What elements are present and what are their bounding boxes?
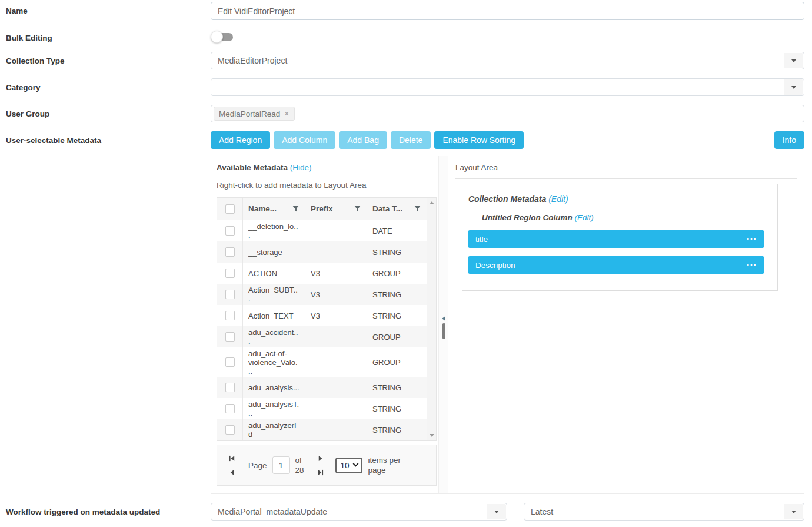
row-checkbox[interactable]: [225, 357, 235, 367]
seek-first-icon: [229, 455, 235, 462]
remove-tag-icon[interactable]: ×: [284, 110, 289, 118]
row-checkbox[interactable]: [225, 290, 235, 299]
cell-name: adu_analysisT...: [242, 398, 305, 419]
collapse-left-icon[interactable]: [442, 316, 445, 321]
select-all-checkbox[interactable]: [225, 204, 235, 214]
edit-region-column-link[interactable]: (Edit): [575, 213, 594, 222]
filter-icon[interactable]: [414, 205, 421, 213]
workflow-version-dropdown[interactable]: Latest: [524, 503, 804, 521]
pane-splitter[interactable]: [438, 156, 448, 493]
splitter-drag-handle[interactable]: [442, 323, 445, 339]
region-column-label: Untitled Region Column: [482, 213, 573, 222]
filter-icon[interactable]: [292, 205, 299, 213]
last-page-button[interactable]: [317, 469, 324, 476]
page-size-select[interactable]: 10: [335, 458, 362, 473]
name-label: Name: [0, 2, 211, 15]
table-row[interactable]: adu_act-of-violence_Valo... GROUP: [217, 347, 427, 377]
chevron-down-icon: [352, 460, 358, 466]
cell-prefix: [305, 241, 367, 263]
filter-icon[interactable]: [354, 205, 361, 213]
scroll-up-icon[interactable]: [430, 201, 434, 204]
column-header-data-type: Data T...: [372, 204, 402, 213]
next-page-button[interactable]: [317, 455, 324, 462]
dropdown-arrow-button[interactable]: [487, 504, 506, 519]
user-selectable-metadata-row: User-selectable Metadata Add Region Add …: [0, 131, 812, 494]
table-row[interactable]: adu_analysis... STRING: [217, 377, 427, 398]
table-row[interactable]: adu_accident... GROUP: [217, 326, 427, 347]
row-checkbox[interactable]: [225, 269, 235, 278]
row-checkbox[interactable]: [225, 247, 235, 257]
table-row[interactable]: Action_TEXT V3 STRING: [217, 305, 427, 326]
available-metadata-title: Available Metadata (Hide): [217, 163, 438, 172]
workflow-value: MediaPortal_metadataUpdate: [211, 503, 486, 520]
previous-page-button[interactable]: [229, 469, 235, 476]
cell-data-type: DATE: [367, 220, 427, 241]
row-checkbox[interactable]: [225, 404, 235, 413]
cell-name: adu_accident...: [242, 326, 305, 347]
table-row[interactable]: ACTION V3 GROUP: [217, 263, 427, 284]
row-checkbox[interactable]: [225, 226, 235, 236]
chevron-down-icon: [791, 86, 796, 89]
cell-name: adu_analysis...: [242, 377, 305, 398]
cell-name: Action_SUBT...: [242, 284, 305, 305]
cell-data-type: STRING: [367, 305, 427, 326]
layout-field-title[interactable]: title ...: [468, 230, 764, 248]
scroll-down-icon[interactable]: [430, 434, 434, 437]
column-header-prefix: Prefix: [311, 204, 333, 213]
edit-collection-link[interactable]: (Edit): [548, 194, 568, 204]
of-label: of: [295, 455, 304, 465]
name-input[interactable]: [211, 2, 804, 20]
metadata-table: Name... Prefix Data T...: [217, 197, 437, 441]
available-metadata-pane: Available Metadata (Hide) Right-click to…: [211, 156, 438, 493]
dropdown-arrow-button[interactable]: [784, 53, 803, 68]
cell-prefix: [305, 326, 367, 347]
layout-area-pane: Layout Area Collection Metadata (Edit) U…: [448, 156, 804, 493]
add-region-button[interactable]: Add Region: [211, 131, 270, 149]
cell-prefix: [305, 220, 367, 241]
info-button[interactable]: Info: [774, 131, 804, 149]
arrow-left-icon: [229, 469, 235, 476]
table-row[interactable]: __deletion_lo... DATE: [217, 220, 427, 241]
dropdown-arrow-button[interactable]: [784, 79, 803, 95]
chevron-down-icon: [791, 511, 796, 513]
add-column-button[interactable]: Add Column: [274, 131, 335, 149]
add-bag-button[interactable]: Add Bag: [339, 131, 387, 149]
table-row[interactable]: __storage STRING: [217, 241, 427, 263]
dropdown-arrow-button[interactable]: [784, 504, 803, 519]
workflow-row: Workflow triggered on metadata updated M…: [0, 503, 812, 521]
hide-link[interactable]: (Hide): [290, 163, 312, 172]
user-group-input[interactable]: MediaPortalRead ×: [211, 105, 804, 122]
row-checkbox[interactable]: [225, 332, 235, 342]
category-dropdown[interactable]: [211, 78, 804, 96]
workflow-version-value: Latest: [524, 503, 783, 520]
row-checkbox[interactable]: [225, 311, 235, 320]
layout-field-description[interactable]: Description ...: [468, 256, 764, 274]
collection-metadata-label: Collection Metadata: [468, 194, 546, 204]
bulk-editing-row: Bulk Editing: [0, 29, 812, 43]
category-label: Category: [0, 78, 211, 92]
table-row[interactable]: adu_analysisT... STRING: [217, 398, 427, 419]
table-row[interactable]: adu_analyzerId STRING: [217, 419, 427, 440]
row-checkbox[interactable]: [225, 383, 235, 392]
cell-name: ACTION: [242, 263, 305, 284]
layout-field-label: title: [475, 235, 488, 244]
bulk-editing-toggle[interactable]: [211, 31, 233, 43]
page-number-input[interactable]: [272, 456, 290, 474]
first-page-button[interactable]: [229, 455, 235, 462]
collection-type-row: Collection Type MediaEditorProject: [0, 52, 812, 69]
enable-row-sorting-button[interactable]: Enable Row Sorting: [434, 131, 524, 149]
row-checkbox[interactable]: [225, 425, 235, 435]
region-column-heading: Untitled Region Column (Edit): [482, 213, 777, 222]
cell-prefix: V3: [305, 263, 367, 284]
user-group-tag[interactable]: MediaPortalRead ×: [214, 107, 295, 121]
collection-type-value: MediaEditorProject: [211, 52, 783, 69]
chevron-down-icon: [494, 511, 499, 513]
cell-data-type: STRING: [367, 241, 427, 263]
table-scrollbar[interactable]: [427, 198, 436, 440]
cell-name: Action_TEXT: [242, 305, 305, 326]
collection-type-dropdown[interactable]: MediaEditorProject: [211, 52, 804, 69]
delete-button[interactable]: Delete: [391, 131, 431, 149]
table-row[interactable]: Action_SUBT... V3 STRING: [217, 284, 427, 305]
workflow-dropdown[interactable]: MediaPortal_metadataUpdate: [211, 503, 507, 521]
cell-data-type: GROUP: [367, 326, 427, 347]
